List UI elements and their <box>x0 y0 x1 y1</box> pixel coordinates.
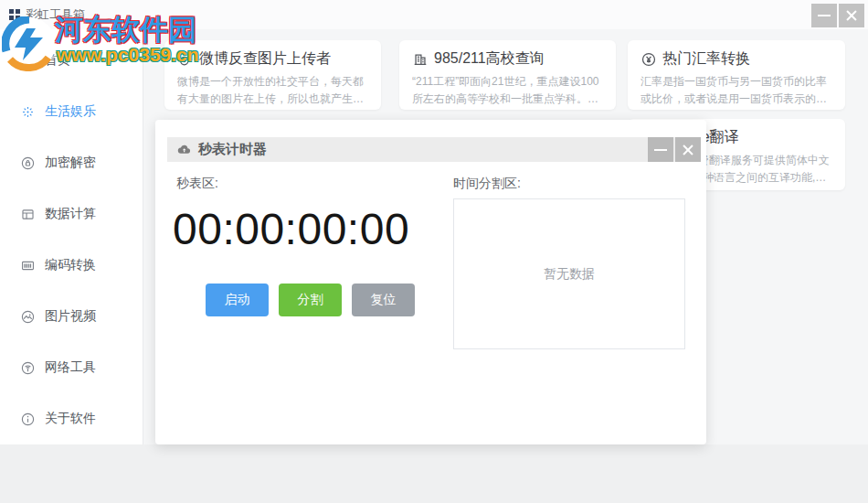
stopwatch-time-display: 00:00:00:00 <box>173 204 409 254</box>
sidebar-item-label: 编码转换 <box>45 257 96 273</box>
sparkle-icon <box>20 104 36 120</box>
minimize-icon <box>818 15 831 16</box>
calculator-icon <box>20 207 36 222</box>
sidebar-item-home[interactable]: 首页 <box>0 35 143 86</box>
app-grid-icon <box>9 9 20 20</box>
window-minimize-button[interactable] <box>811 4 837 27</box>
card-title: 热门汇率转换 <box>662 49 750 69</box>
stopwatch-area-label: 秒表区: <box>176 176 218 192</box>
cloud-icon <box>176 142 192 157</box>
dialog-close-button[interactable] <box>675 137 701 162</box>
sidebar-item-data-calc[interactable]: 数据计算 <box>0 188 143 240</box>
sidebar-item-life-entertainment[interactable]: 生活娱乐 <box>0 86 143 137</box>
sidebar-item-network-tools[interactable]: 网络工具 <box>0 342 143 393</box>
sidebar-item-label: 首页 <box>45 52 70 69</box>
sidebar-item-label: 加密解密 <box>45 155 96 171</box>
card-weibo-image-lookup[interactable]: 微博反查图片上传者 微博是一个开放性的社交平台，每天都有大量的图片在上传，所以也… <box>164 40 381 110</box>
sidebar-item-encrypt-decrypt[interactable]: 加密解密 <box>0 137 143 188</box>
window-title: 彩虹工具箱 <box>26 6 85 23</box>
info-icon <box>20 412 36 427</box>
close-icon <box>682 144 694 156</box>
home-icon <box>20 53 36 69</box>
sidebar-item-label: 生活娱乐 <box>45 103 96 120</box>
card-description: 微博是一个开放性的社交平台，每天都有大量的图片在上传，所以也就产生了大量... <box>177 73 368 109</box>
card-title: 985/211高校查询 <box>434 49 545 69</box>
sidebar: 首页 生活娱乐 加密解密 数据计算 编码转换 图片视频 <box>0 29 143 444</box>
weibo-eye-icon <box>177 51 194 68</box>
stopwatch-dialog-header: 秒表计时器 <box>167 137 701 162</box>
sidebar-item-label: 数据计算 <box>45 206 96 222</box>
close-icon <box>845 9 858 22</box>
currency-icon <box>640 51 657 68</box>
split-button[interactable]: 分割 <box>279 284 342 316</box>
sidebar-item-label: 关于软件 <box>45 411 96 427</box>
window-close-button[interactable] <box>839 4 864 27</box>
sidebar-item-label: 网络工具 <box>45 359 96 376</box>
card-description: 汇率是指一国货币与另一国货币的比率或比价，或者说是用一国货币表示的另一国... <box>640 73 832 109</box>
image-icon <box>20 309 36 325</box>
card-description: “211工程”即面向21世纪，重点建设100所左右的高等学校和一批重点学科。 “… <box>412 73 603 109</box>
sidebar-item-label: 图片视频 <box>45 308 96 325</box>
time-split-list: 暂无数据 <box>453 198 685 349</box>
sidebar-item-about[interactable]: 关于软件 <box>0 393 143 444</box>
dialog-minimize-button[interactable] <box>648 137 673 162</box>
stopwatch-dialog: 秒表计时器 秒表区: 时间分割区: 00:00:00:00 启动 分割 复位 暂… <box>155 120 706 444</box>
minimize-icon <box>654 149 667 151</box>
reset-button[interactable]: 复位 <box>352 284 415 316</box>
card-985-211-university[interactable]: 985/211高校查询 “211工程”即面向21世纪，重点建设100所左右的高等… <box>399 40 616 110</box>
dialog-title: 秒表计时器 <box>198 141 267 158</box>
window-titlebar: 彩虹工具箱 <box>0 0 868 29</box>
card-exchange-rate[interactable]: 热门汇率转换 汇率是指一国货币与另一国货币的比率或比价，或者说是用一国货币表示的… <box>628 40 845 110</box>
card-title: 微博反查图片上传者 <box>199 49 331 69</box>
barcode-icon <box>20 258 36 273</box>
start-button[interactable]: 启动 <box>206 284 269 316</box>
sidebar-item-image-video[interactable]: 图片视频 <box>0 291 143 342</box>
sidebar-item-encode-convert[interactable]: 编码转换 <box>0 240 143 291</box>
antenna-icon <box>20 360 36 376</box>
split-area-label: 时间分割区: <box>453 176 521 192</box>
lock-icon <box>20 155 36 171</box>
building-icon <box>412 51 429 68</box>
empty-data-text: 暂无数据 <box>544 266 595 283</box>
